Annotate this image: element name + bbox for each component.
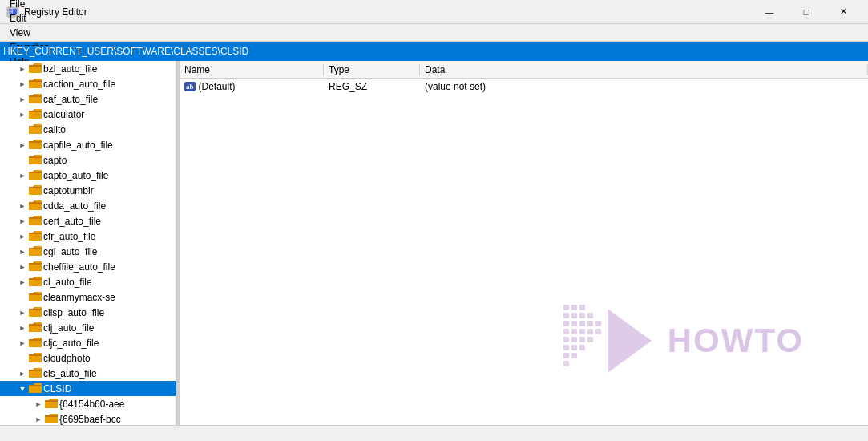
tree-label-cljc_auto_file: cljc_auto_file [43, 338, 99, 349]
tree-expander-callto[interactable] [16, 123, 29, 136]
tree-item-cgi_auto_file[interactable]: ► cgi_auto_file [0, 244, 176, 259]
tree-item-cljc_auto_file[interactable]: ► cljc_auto_file [0, 335, 176, 350]
tree-item-calculator[interactable]: ► calculator [0, 107, 176, 122]
tree-item-CLSID[interactable]: ▼ CLSID [0, 381, 176, 396]
tree-expander-caf_auto_file[interactable]: ► [16, 93, 29, 106]
tree-item-clsid_1[interactable]: ► {64154b60-aee [0, 396, 176, 411]
minimize-button[interactable]: — [751, 0, 788, 24]
tree-panel-inner[interactable]: ► bzl_auto_file► caction_auto_file► caf_… [0, 61, 176, 425]
tree-item-cert_auto_file[interactable]: ► cert_auto_file [0, 213, 176, 229]
svg-rect-10 [587, 313, 593, 318]
tree-item-cheffile_auto_file[interactable]: ► cheffile_auto_file [0, 259, 176, 274]
tree-item-cloudphoto[interactable]: cloudphoto [0, 350, 176, 366]
svg-rect-22 [571, 337, 577, 342]
address-bar[interactable] [0, 42, 868, 61]
tree-item-cl_auto_file[interactable]: ► cl_auto_file [0, 274, 176, 289]
tree-expander-cgi_auto_file[interactable]: ► [16, 245, 29, 258]
folder-icon-cgi_auto_file [29, 246, 42, 257]
tree-expander-cfr_auto_file[interactable]: ► [16, 230, 29, 243]
tree-label-bzl_auto_file: bzl_auto_file [43, 63, 97, 75]
cell-name: ab(Default) [180, 81, 324, 92]
folder-icon-capto_auto_file [29, 170, 42, 181]
tree-label-cleanmymacx_se: cleanmymacx-se [43, 292, 115, 303]
tree-expander-captotumblr[interactable] [16, 184, 29, 197]
tree-expander-cdda_auto_file[interactable]: ► [16, 200, 29, 212]
svg-marker-31 [608, 309, 652, 373]
tree-item-captotumblr[interactable]: captotumblr [0, 183, 176, 198]
folder-icon-cljc_auto_file [29, 338, 42, 349]
menu-bar: FileEditViewFavoritesHelp [0, 24, 868, 42]
tree-label-cfr_auto_file: cfr_auto_file [43, 231, 95, 242]
tree-expander-cleanmymacx_se[interactable] [16, 291, 29, 304]
tree-item-cleanmymacx_se[interactable]: cleanmymacx-se [0, 289, 176, 305]
tree-expander-caction_auto_file[interactable]: ► [16, 78, 29, 91]
tree-expander-clsid_2[interactable]: ► [32, 413, 45, 426]
svg-rect-17 [571, 329, 577, 334]
svg-rect-26 [571, 345, 577, 350]
cell-type: REG_SZ [324, 81, 420, 92]
folder-icon-cert_auto_file [29, 216, 42, 227]
tree-item-callto[interactable]: callto [0, 122, 176, 137]
svg-rect-20 [595, 329, 601, 334]
tree-expander-cljc_auto_file[interactable]: ► [16, 337, 29, 350]
window-controls: — □ ✕ [751, 0, 862, 24]
tree-label-calculator: calculator [43, 109, 84, 120]
address-input[interactable] [3, 46, 865, 57]
tree-item-cdda_auto_file[interactable]: ► cdda_auto_file [0, 198, 176, 213]
watermark-text: HOWTO [668, 322, 804, 360]
cell-data: (value not set) [420, 81, 868, 92]
tree-expander-clj_auto_file[interactable]: ► [16, 322, 29, 334]
tree-expander-calculator[interactable]: ► [16, 108, 29, 121]
tree-item-capto_auto_file[interactable]: ► capto_auto_file [0, 168, 176, 183]
folder-icon-cleanmymacx_se [29, 292, 42, 303]
tree-expander-CLSID[interactable]: ▼ [16, 382, 29, 395]
tree-item-capto[interactable]: capto [0, 152, 176, 168]
folder-icon-capfile_auto_file [29, 140, 42, 151]
folder-icon-cloudphoto [29, 353, 42, 364]
folder-icon-capto [29, 155, 42, 166]
maximize-button[interactable]: □ [788, 0, 825, 24]
menu-item-view[interactable]: View [3, 26, 55, 40]
svg-rect-12 [571, 321, 577, 326]
svg-rect-7 [563, 313, 569, 318]
tree-expander-capto_auto_file[interactable]: ► [16, 169, 29, 182]
menu-items: FileEditViewFavoritesHelp [3, 0, 55, 69]
tree-expander-cert_auto_file[interactable]: ► [16, 215, 29, 228]
menu-item-edit[interactable]: Edit [3, 11, 55, 26]
tree-expander-capto[interactable] [16, 154, 29, 167]
tree-item-capfile_auto_file[interactable]: ► capfile_auto_file [0, 137, 176, 152]
table-row[interactable]: ab(Default)REG_SZ(value not set) [180, 79, 868, 95]
tree-expander-capfile_auto_file[interactable]: ► [16, 139, 29, 152]
tree-item-clj_auto_file[interactable]: ► clj_auto_file [0, 320, 176, 335]
close-button[interactable]: ✕ [825, 0, 862, 24]
folder-icon-cls_auto_file [29, 368, 42, 379]
tree-item-caction_auto_file[interactable]: ► caction_auto_file [0, 76, 176, 91]
svg-rect-24 [587, 337, 593, 342]
svg-rect-19 [587, 329, 593, 334]
tree-expander-cloudphoto[interactable] [16, 352, 29, 365]
tree-label-caction_auto_file: caction_auto_file [43, 79, 115, 90]
tree-label-clisp_auto_file: clisp_auto_file [43, 307, 104, 318]
tree-expander-cl_auto_file[interactable]: ► [16, 276, 29, 289]
tree-label-caf_auto_file: caf_auto_file [43, 94, 98, 105]
tree-label-cloudphoto: cloudphoto [43, 353, 91, 364]
tree-expander-bzl_auto_file[interactable]: ► [16, 63, 29, 75]
tree-item-clsid_2[interactable]: ► {6695baef-bcc [0, 411, 176, 425]
svg-rect-9 [579, 313, 585, 318]
tree-expander-cheffile_auto_file[interactable]: ► [16, 261, 29, 273]
watermark: HOWTO [563, 305, 804, 377]
tree-item-cfr_auto_file[interactable]: ► cfr_auto_file [0, 229, 176, 244]
cell-name-text: (Default) [199, 81, 236, 92]
tree-expander-clisp_auto_file[interactable]: ► [16, 306, 29, 319]
tree-item-bzl_auto_file[interactable]: ► bzl_auto_file [0, 61, 176, 76]
tree-item-clisp_auto_file[interactable]: ► clisp_auto_file [0, 305, 176, 320]
tree-item-cls_auto_file[interactable]: ► cls_auto_file [0, 366, 176, 381]
tree-item-caf_auto_file[interactable]: ► caf_auto_file [0, 91, 176, 107]
svg-rect-18 [579, 329, 585, 334]
tree-expander-cls_auto_file[interactable]: ► [16, 367, 29, 380]
tree-label-cdda_auto_file: cdda_auto_file [43, 200, 106, 212]
tree-expander-clsid_1[interactable]: ► [32, 398, 45, 411]
menu-item-file[interactable]: File [3, 0, 55, 11]
svg-rect-25 [563, 345, 569, 350]
svg-rect-15 [595, 321, 601, 326]
